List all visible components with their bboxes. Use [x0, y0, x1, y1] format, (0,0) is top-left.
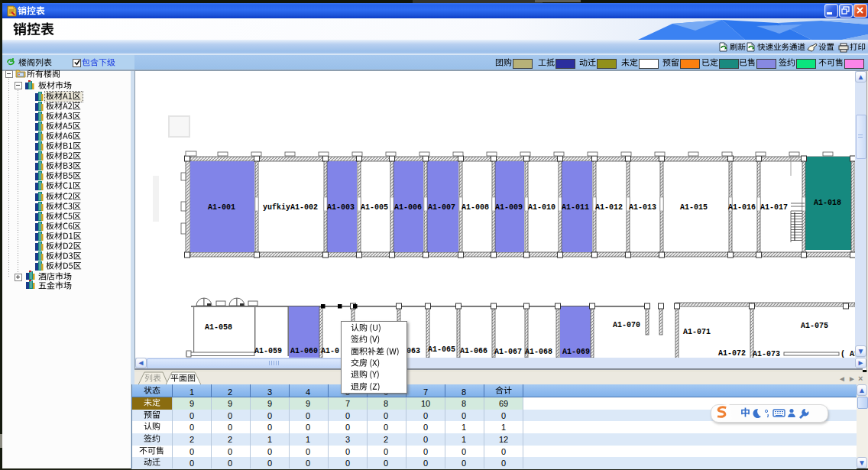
svg-text:063: 063 [406, 347, 420, 355]
svg-text:A1-001: A1-001 [208, 203, 235, 212]
svg-text:A1-016: A1-016 [728, 203, 756, 212]
svg-text:A1-073: A1-073 [753, 350, 780, 358]
svg-text:yufkiyA1-002: yufkiyA1-002 [263, 203, 318, 212]
svg-text:( A1: ( A1 [840, 350, 855, 358]
svg-text:A1-066: A1-066 [460, 347, 487, 355]
svg-text:A1-072: A1-072 [718, 349, 746, 358]
svg-text:A1-0: A1-0 [321, 347, 339, 355]
svg-text:A1-060: A1-060 [290, 347, 318, 355]
svg-text:A1-018: A1-018 [814, 199, 841, 207]
svg-text:A1-068: A1-068 [525, 348, 552, 356]
svg-text:A1-059: A1-059 [254, 347, 282, 355]
svg-text:A1-012: A1-012 [595, 203, 623, 212]
svg-text:A1-075: A1-075 [801, 322, 828, 330]
svg-text:A1-071: A1-071 [683, 328, 711, 336]
svg-text:A1-058: A1-058 [205, 323, 232, 332]
svg-text:A1-015: A1-015 [680, 203, 708, 212]
svg-text:A1-017: A1-017 [760, 203, 788, 212]
svg-text:A1-069: A1-069 [562, 348, 590, 356]
svg-text:A1-065: A1-065 [428, 345, 455, 354]
svg-text:A1-003: A1-003 [327, 203, 355, 212]
svg-text:A1-008: A1-008 [462, 203, 489, 212]
svg-text:A1-005: A1-005 [361, 203, 388, 212]
svg-text:A1-007: A1-007 [428, 203, 455, 212]
svg-text:A1-070: A1-070 [613, 321, 640, 329]
svg-text:A1-067: A1-067 [494, 348, 522, 356]
svg-text:A1-011: A1-011 [562, 203, 589, 212]
svg-text:A1-010: A1-010 [528, 203, 555, 212]
svg-text:A1-013: A1-013 [629, 203, 656, 212]
svg-text:A1-009: A1-009 [495, 203, 523, 212]
svg-text:A1-006: A1-006 [394, 203, 422, 212]
